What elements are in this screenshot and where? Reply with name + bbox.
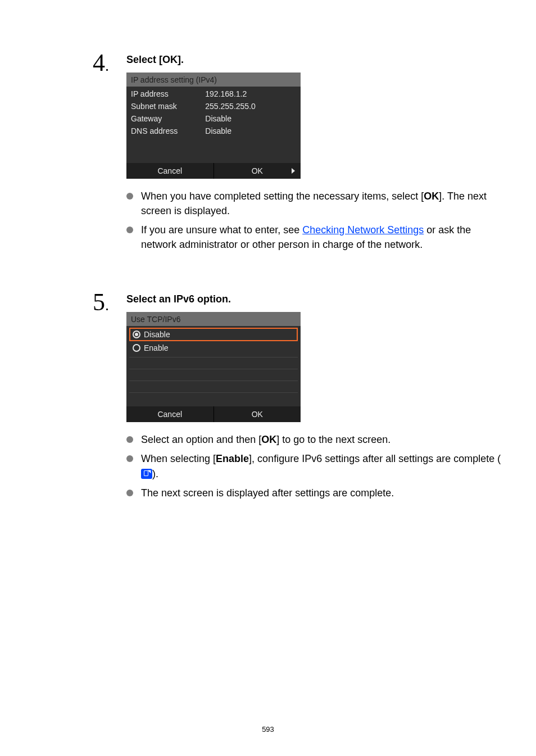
step-5-bullet-2-bold: Enable [216, 453, 249, 464]
bullet-icon [126, 227, 133, 233]
bullet-icon [126, 193, 133, 200]
step-4-bullets: When you have completed setting the nece… [126, 189, 502, 252]
ipv6-option-enable-label: Enable [144, 343, 169, 352]
step-5-bullet-1-post: ] to go to the next screen. [276, 434, 390, 445]
row-dns-address-label: DNS address [131, 126, 205, 135]
step-5-bullet-3: The next screen is displayed after setti… [126, 486, 502, 500]
ipv6-settings-link-icon[interactable] [141, 468, 152, 479]
empty-line [129, 369, 298, 381]
row-dns-address-value: Disable [205, 126, 296, 135]
bullet-icon [126, 436, 133, 443]
step-4-digit: 4 [93, 49, 105, 76]
step-5-title: Select an IPv6 option. [126, 293, 502, 305]
row-subnet-mask: Subnet mask 255.255.255.0 [131, 100, 296, 112]
step-4-number: 4. [93, 51, 126, 75]
row-dns-address: DNS address Disable [131, 125, 296, 137]
step-5-bullet-1-bold: OK [261, 434, 276, 445]
radio-selected-icon [133, 331, 140, 338]
step-5-bullet-1: Select an option and then [OK] to go to … [126, 432, 502, 447]
ipv6-options: Disable Enable [126, 326, 301, 357]
link-ref-icon [141, 469, 152, 479]
empty-line [129, 357, 298, 369]
bullet-icon [126, 490, 133, 496]
ipv4-shot-rows: IP address 192.168.1.2 Subnet mask 255.2… [126, 87, 301, 163]
radio-unselected-icon [133, 344, 140, 352]
row-gateway-label: Gateway [131, 114, 205, 123]
step-5-digit: 5 [93, 288, 105, 316]
step-5-bullet-3-text: The next screen is displayed after setti… [141, 487, 394, 499]
step-4-bullet-1: When you have completed setting the nece… [126, 189, 502, 218]
step-5-bullet-2: When selecting [Enable], configure IPv6 … [126, 451, 502, 481]
row-subnet-mask-value: 255.255.255.0 [205, 102, 296, 111]
step-5-bullet-2-mid: ], configure IPv6 settings after all set… [249, 453, 501, 464]
ipv4-ok-button: OK [214, 163, 301, 179]
checking-network-settings-link[interactable]: Checking Network Settings [302, 224, 424, 236]
step-5-body: Select an IPv6 option. Use TCP/IPv6 Disa… [126, 290, 536, 504]
ipv6-shot-title: Use TCP/IPv6 [126, 312, 301, 326]
ipv6-option-enable: Enable [129, 341, 298, 355]
ipv4-empty-area [131, 137, 296, 157]
step-5-bullet-2-post: ). [152, 468, 158, 479]
row-ip-address-label: IP address [131, 89, 205, 98]
step-4-dot: . [105, 57, 109, 74]
page-number: 593 [0, 725, 536, 734]
ipv4-shot-footer: Cancel OK [126, 163, 301, 179]
ipv4-ok-label: OK [252, 166, 263, 175]
ipv4-screenshot: IP address setting (IPv4) IP address 192… [126, 73, 301, 179]
step-5-bullet-1-pre: Select an option and then [ [141, 434, 261, 445]
step-4-bullet-2-pre: If you are unsure what to enter, see [141, 224, 302, 236]
empty-line [129, 392, 298, 404]
step-4-title: Select [OK]. [126, 54, 502, 66]
step-4-bullet-2: If you are unsure what to enter, see Che… [126, 223, 502, 252]
ipv4-cancel-button: Cancel [126, 163, 214, 179]
ipv4-shot-title: IP address setting (IPv4) [126, 73, 301, 87]
row-gateway-value: Disable [205, 114, 296, 123]
play-icon [292, 168, 295, 174]
step-4-bullet-1-bold: OK [424, 191, 439, 202]
step-5-number: 5. [93, 290, 126, 315]
step-4-body: Select [OK]. IP address setting (IPv4) I… [126, 51, 536, 256]
row-ip-address-value: 192.168.1.2 [205, 89, 296, 98]
row-ip-address: IP address 192.168.1.2 [131, 88, 296, 100]
step-4: 4. Select [OK]. IP address setting (IPv4… [0, 51, 536, 256]
row-gateway: Gateway Disable [131, 112, 296, 125]
row-subnet-mask-label: Subnet mask [131, 102, 205, 111]
step-5-dot: . [105, 296, 109, 314]
ipv6-empty-lines [126, 357, 301, 406]
step-5: 5. Select an IPv6 option. Use TCP/IPv6 D… [0, 290, 536, 504]
ipv6-option-disable: Disable [129, 328, 298, 341]
step-5-bullets: Select an option and then [OK] to go to … [126, 432, 502, 500]
empty-line [129, 381, 298, 392]
ipv6-option-disable-label: Disable [144, 330, 170, 339]
ipv6-shot-footer: Cancel OK [126, 406, 301, 422]
bullet-icon [126, 455, 133, 462]
step-5-bullet-2-pre: When selecting [ [141, 453, 216, 464]
step-4-bullet-1-pre: When you have completed setting the nece… [141, 191, 424, 202]
ipv6-ok-button: OK [214, 406, 301, 422]
ipv6-cancel-button: Cancel [126, 406, 214, 422]
ipv6-screenshot: Use TCP/IPv6 Disable Enable [126, 312, 301, 422]
